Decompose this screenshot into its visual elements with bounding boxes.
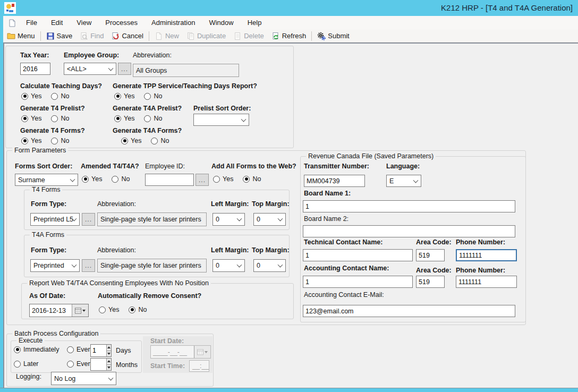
t4-abbreviation-field: Single-page style for laser printers xyxy=(97,212,207,226)
execute-later-option: Later xyxy=(14,360,39,368)
employee-group-browse-button[interactable]: ... xyxy=(118,63,131,75)
menu-item-view[interactable]: View xyxy=(70,16,98,30)
employee-group-select[interactable]: <ALL> xyxy=(64,63,116,75)
t4-left-margin-select[interactable]: 0 xyxy=(212,213,245,226)
immediately-radio[interactable]: Immediately xyxy=(14,346,59,353)
prelist-sort-order-select[interactable] xyxy=(193,114,249,126)
batch-process-group-title: Batch Process Configuration xyxy=(12,330,100,337)
transmitter-number-input[interactable] xyxy=(304,175,365,187)
stepper-up-button[interactable] xyxy=(107,359,111,364)
chevron-down-icon xyxy=(413,177,419,183)
t4-form-type-browse-button[interactable]: ... xyxy=(82,213,95,226)
t4a-forms-label: Generate T4A Forms? xyxy=(113,127,182,134)
amended-yes-radio[interactable]: Yes xyxy=(82,175,102,183)
every-months-radio[interactable]: Every xyxy=(67,360,94,368)
calc-teaching-no-radio[interactable]: No xyxy=(51,92,69,100)
form-parameters-title: Form Parameters xyxy=(12,147,68,154)
remove-consent-label: Automatically Remove Consent? xyxy=(98,292,201,300)
t4a-form-type-select[interactable]: Preprinted xyxy=(30,259,80,272)
technical-phone-input[interactable] xyxy=(456,249,517,261)
t4a-top-margin-select[interactable]: 0 xyxy=(253,259,286,272)
cancel-button[interactable]: Cancel xyxy=(107,30,147,42)
every-days-radio[interactable]: Every xyxy=(67,346,94,353)
later-radio[interactable]: Later xyxy=(14,360,39,368)
employee-id-input[interactable] xyxy=(145,174,194,186)
save-button[interactable]: Save xyxy=(42,30,76,42)
new-icon xyxy=(155,32,163,40)
logging-label: Logging: xyxy=(16,373,41,380)
menu-item-edit[interactable]: Edit xyxy=(44,16,70,30)
every-months-stepper[interactable] xyxy=(90,358,112,371)
calc-teaching-yes-radio[interactable]: Yes xyxy=(21,92,41,100)
delete-button[interactable]: Delete xyxy=(230,30,268,42)
technical-phone-label: Phone Number: xyxy=(456,238,505,246)
radio-icon xyxy=(82,176,89,183)
technical-contact-input[interactable] xyxy=(303,249,413,261)
tax-year-input[interactable] xyxy=(20,63,50,75)
amended-no-radio[interactable]: No xyxy=(112,175,130,183)
calendar-dropdown-button[interactable] xyxy=(72,304,88,317)
tpp-report-no-radio[interactable]: No xyxy=(144,92,162,100)
radio-icon xyxy=(144,115,151,122)
logging-select[interactable]: No Log xyxy=(51,372,116,385)
board-name-1-input[interactable] xyxy=(303,200,515,212)
remove-consent-no-radio[interactable]: No xyxy=(129,306,147,313)
t4a-forms-no-radio[interactable]: No xyxy=(151,137,169,144)
tpp-report-yes-radio[interactable]: Yes xyxy=(114,92,134,100)
titlebar: K212 HRP - [T4 and T4A Generation] xyxy=(0,0,578,16)
t4-forms-yes-radio[interactable]: Yes xyxy=(21,137,41,144)
t4a-form-type-browse-button[interactable]: ... xyxy=(82,259,95,272)
menu-item-window[interactable]: Window xyxy=(202,16,240,30)
amended-radio-group: Yes No xyxy=(82,175,130,183)
menu-button[interactable]: Menu xyxy=(3,30,39,42)
language-select[interactable]: E xyxy=(386,175,421,187)
add-web-yes-radio[interactable]: Yes xyxy=(213,175,233,183)
t4a-prelist-yes-radio[interactable]: Yes xyxy=(114,115,134,122)
t4a-forms-radio-group: Yes No xyxy=(121,137,169,144)
menu-item-help[interactable]: Help xyxy=(241,16,269,30)
forms-sort-order-select[interactable]: Surname xyxy=(15,174,78,186)
board-name-2-input[interactable] xyxy=(303,225,515,237)
application-window: K212 HRP - [T4 and T4A Generation] File … xyxy=(0,0,578,392)
start-time-label: Start Time: xyxy=(150,362,185,370)
duplicate-button[interactable]: Duplicate xyxy=(183,30,230,42)
accounting-email-input[interactable] xyxy=(303,305,515,317)
t4-prelist-yes-radio[interactable]: Yes xyxy=(21,115,41,122)
radio-icon xyxy=(99,306,106,313)
every-days-stepper[interactable] xyxy=(90,344,112,357)
stepper-down-button[interactable] xyxy=(107,351,111,357)
technical-area-code-input[interactable] xyxy=(416,249,445,261)
radio-icon xyxy=(121,138,128,144)
t4a-prelist-no-radio[interactable]: No xyxy=(144,115,162,122)
t4-forms-no-radio[interactable]: No xyxy=(51,137,69,144)
find-button[interactable]: Find xyxy=(76,30,107,42)
t4-form-type-select[interactable]: Preprinted L5 xyxy=(30,213,80,226)
t4-forms-radio-group: Yes No xyxy=(21,137,69,144)
radio-icon xyxy=(129,306,135,313)
submit-button[interactable]: Submit xyxy=(313,30,353,42)
accounting-area-code-input[interactable] xyxy=(416,276,445,288)
submit-icon xyxy=(317,32,326,40)
menu-item-file[interactable]: File xyxy=(19,16,44,30)
t4-prelist-no-radio[interactable]: No xyxy=(51,115,69,122)
remove-consent-yes-radio[interactable]: Yes xyxy=(99,306,119,313)
as-of-date-picker[interactable]: 2016-12-13 xyxy=(29,304,89,317)
employee-id-browse-button[interactable]: ... xyxy=(196,174,209,186)
accounting-contact-input[interactable] xyxy=(303,276,413,288)
add-web-no-radio[interactable]: No xyxy=(243,175,261,183)
refresh-button[interactable]: Refresh xyxy=(268,30,310,42)
t4-top-margin-label: Top Margin: xyxy=(252,200,290,208)
accounting-phone-input[interactable] xyxy=(456,276,517,288)
t4-top-margin-select[interactable]: 0 xyxy=(253,213,286,226)
tax-year-label: Tax Year: xyxy=(20,52,49,59)
execute-group-title: Execute xyxy=(16,337,45,344)
stepper-down-button[interactable] xyxy=(107,364,111,371)
menu-item-processes[interactable]: Processes xyxy=(98,16,144,30)
radio-icon xyxy=(51,93,58,100)
t4a-left-margin-select[interactable]: 0 xyxy=(212,259,245,272)
menu-item-administration[interactable]: Administration xyxy=(144,16,202,30)
new-button[interactable]: New xyxy=(151,30,183,42)
chevron-down-icon xyxy=(108,65,114,71)
stepper-up-button[interactable] xyxy=(107,345,111,351)
t4a-forms-yes-radio[interactable]: Yes xyxy=(121,137,141,144)
